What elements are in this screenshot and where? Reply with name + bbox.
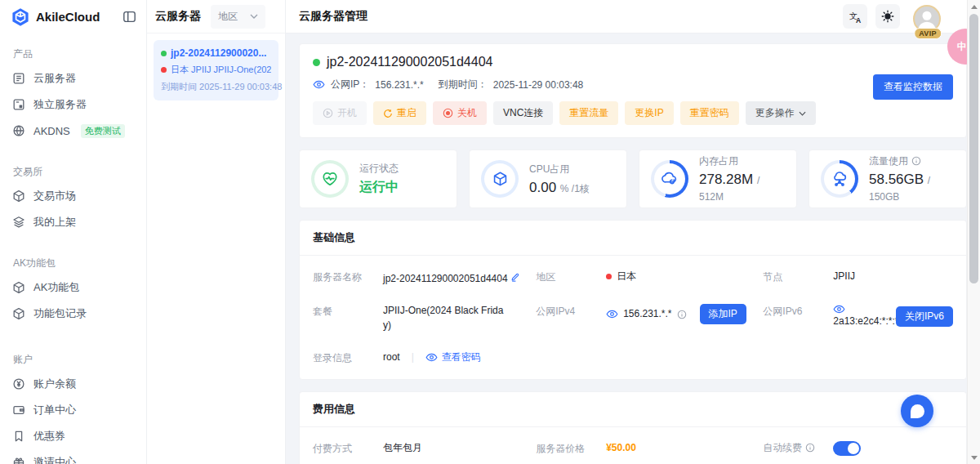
region-filter-select[interactable]: 地区 [211, 5, 265, 29]
heart-pulse-icon [311, 160, 349, 198]
cpu-ring [481, 160, 519, 198]
sidebar-section-title: 账户 [13, 353, 133, 367]
vnc-connect-button[interactable]: VNC连接 [493, 101, 553, 125]
server-actions-row: 开机 重启 关机 VNC连接 重置流量 更换IP 重置密码 更多 [313, 101, 953, 125]
login-user-value: root [383, 350, 400, 364]
status-dot-running [161, 51, 167, 56]
sidebar-item-akdns[interactable]: AKDNS 免费测试 [0, 118, 146, 144]
sidebar-item-dedicated-server[interactable]: 独立服务器 [0, 91, 146, 118]
shutdown-button[interactable]: 关机 [433, 101, 487, 125]
field-plan: 套餐 JPIIJ-One(2024 Black Friday) [313, 304, 536, 332]
plan-value: JPIIJ-One(2024 Black Friday) [383, 304, 507, 332]
scrollbar-up-arrow[interactable] [968, 0, 980, 13]
gift-icon [12, 456, 25, 464]
region-value: 日本 [617, 270, 636, 283]
sidebar-item-label: 我的上架 [33, 215, 76, 230]
sidebar-section-title: 交易所 [13, 165, 133, 179]
expire-value: 2025-11-29 00:03:48 [493, 79, 584, 91]
view-monitor-button[interactable]: 查看监控数据 [873, 74, 953, 100]
sidebar-item-label: 独立服务器 [33, 97, 87, 112]
server-list-item[interactable]: jp2-2024112900020... 日本 JPIIJ JPIIJ-One(… [154, 40, 278, 100]
cloud-network-icon [821, 160, 858, 198]
chevron-down-icon [799, 111, 806, 116]
eye-icon[interactable] [606, 309, 618, 319]
brand[interactable]: AkileCloud [11, 7, 100, 27]
floating-chat-button[interactable] [901, 395, 933, 427]
sidebar-item-package-records[interactable]: 功能包记录 [0, 301, 146, 327]
billing-panel: 费用信息 付费方式 包年包月 服务器价格 ¥50.00 自动续费 [299, 391, 967, 464]
field-price: 服务器价格 ¥50.00 [536, 441, 763, 456]
server-info-row: 公网IP：156.231.*.* 到期时间：2025-11-29 00:03:4… [313, 78, 953, 91]
status-cards-row: 运行状态 运行中 CPU占用 0.00 % /1核 [299, 149, 967, 208]
basic-info-grid: 服务器名称 jp2-202411290002051d4404 地区 日本 [300, 256, 966, 379]
sidebar-item-market[interactable]: 交易市场 [0, 183, 146, 209]
disable-ipv6-button[interactable]: 关闭IPv6 [896, 306, 953, 327]
reboot-button[interactable]: 重启 [373, 101, 426, 125]
eye-icon[interactable] [313, 79, 325, 90]
sidebar-item-label: 功能包记录 [33, 306, 87, 321]
dedicated-server-icon [12, 98, 25, 111]
cube-icon [12, 281, 25, 294]
field-login: 登录信息 root | 查看密码 [313, 350, 536, 365]
server-title-row: jp2-202411290002051d4404 [313, 55, 953, 69]
region-dot [606, 274, 612, 279]
translate-icon[interactable]: 文A [843, 4, 867, 29]
sidebar-item-coupons[interactable]: 优惠券 [0, 423, 146, 449]
scrollbar-thumb[interactable] [969, 14, 978, 283]
sidebar-item-orders[interactable]: 订单中心 [0, 397, 146, 423]
theme-icon[interactable] [875, 4, 900, 29]
sidebar-item-label: 订单中心 [33, 403, 76, 417]
reset-traffic-button[interactable]: 重置流量 [559, 101, 618, 125]
chevron-down-icon [250, 14, 258, 19]
server-name: jp2-202411290002051d4404 [327, 55, 492, 69]
page-scrollbar[interactable] [967, 0, 980, 464]
power-on-button[interactable]: 开机 [313, 101, 367, 125]
server-item-name: jp2-2024112900020... [171, 47, 266, 59]
sidebar-item-ak-package[interactable]: AK功能包 [0, 274, 146, 301]
more-actions-button[interactable]: 更多操作 [746, 101, 816, 125]
avip-badge: AVIP [914, 28, 942, 39]
sidebar-item-invite[interactable]: 邀请中心 [0, 449, 146, 464]
free-trial-badge: 免费测试 [81, 124, 125, 138]
view-password-link[interactable]: 查看密码 [425, 350, 481, 364]
field-server-name: 服务器名称 jp2-202411290002051d4404 [313, 270, 536, 286]
sidebar-item-label: 交易市场 [33, 189, 76, 203]
scrollbar-down-arrow[interactable] [968, 451, 980, 464]
field-payment: 付费方式 包年包月 [313, 441, 536, 456]
info-icon [677, 310, 687, 319]
server-list-title: 云服务器 [155, 9, 201, 24]
expire-label: 到期时间： [439, 78, 488, 91]
auto-renew-toggle[interactable] [833, 441, 861, 456]
public-ip-value: 156.231.*.* [375, 79, 423, 91]
sidebar-item-label: 邀请中心 [33, 455, 76, 464]
sidebar-item-label: AK功能包 [33, 280, 79, 295]
sidebar-item-balance[interactable]: 账户余额 [0, 371, 146, 397]
svg-text:A: A [856, 16, 861, 24]
reset-password-button[interactable]: 重置密码 [680, 101, 739, 125]
wallet-icon [12, 404, 25, 417]
sidebar-item-my-listings[interactable]: 我的上架 [0, 209, 146, 235]
price-value: ¥50.00 [606, 441, 636, 455]
sidebar-item-label: AKDNS [33, 125, 70, 137]
sidebar-item-cloud-server[interactable]: 云服务器 [0, 65, 146, 91]
chat-bubble-icon [911, 404, 924, 418]
status-card-text: 运行状态 运行中 [359, 162, 399, 196]
field-ipv6: 公网IPv6 2a13:e2c4:*:*:*:*:*:*:*:* 关闭IPv6 [763, 304, 953, 332]
sidebar-item-label: 云服务器 [33, 71, 76, 86]
server-item-expire: 到期时间 2025-11-29 00:03:48 [161, 81, 271, 93]
sidebar-nav: 产品 云服务器 独立服务器 AKDNS 免费测试 交易所 交易市场 我的上 [0, 47, 146, 464]
edit-name-icon[interactable] [510, 272, 520, 282]
server-item-meta-row: 日本 JPIIJ JPIIJ-One(202... [161, 64, 271, 76]
field-region: 地区 日本 [536, 270, 763, 286]
sidebar-collapse-icon[interactable] [122, 10, 136, 24]
field-auto-renew: 自动续费 [763, 441, 953, 456]
bookmark-icon [12, 430, 25, 443]
add-ip-button[interactable]: 添加IP [700, 304, 746, 324]
divider: | [412, 350, 414, 364]
avatar-wrap: AVIP [913, 5, 942, 34]
running-status-value: 运行中 [359, 179, 399, 196]
main-header: 云服务器管理 文A AVIP [286, 0, 980, 33]
status-card-text: 内存占用 278.28M / 512M [699, 154, 785, 204]
change-ip-button[interactable]: 更换IP [625, 101, 673, 125]
server-item-meta: 日本 JPIIJ JPIIJ-One(202... [171, 64, 271, 76]
